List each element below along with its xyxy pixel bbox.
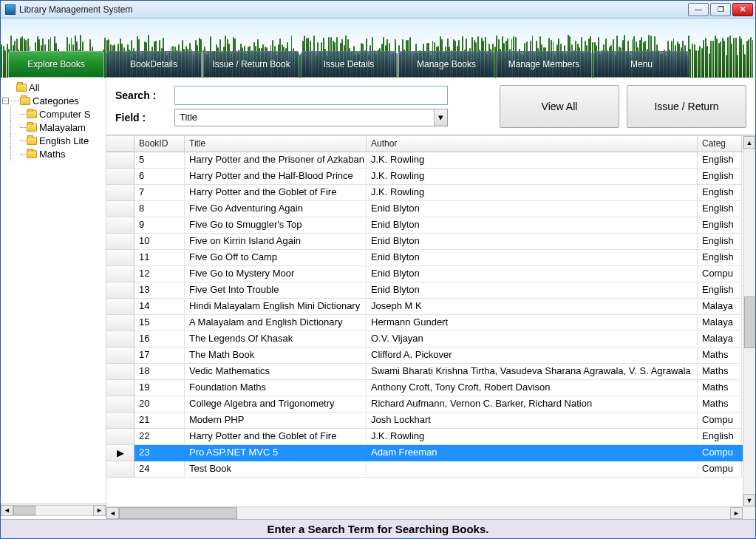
header-banner: Explore BooksBookDetailsIssue / Return B… [1, 18, 755, 78]
status-bar: Enter a Search Term for Searching Books. [1, 519, 755, 538]
scroll-right-icon[interactable]: ► [730, 507, 743, 519]
category-sidebar: All−CategoriesComputer SMalayalamEnglish… [1, 78, 106, 519]
issue-return-button[interactable]: Issue / Return [627, 85, 746, 128]
close-button[interactable]: ✕ [732, 3, 753, 16]
field-label: Field : [115, 112, 174, 123]
app-window: Library Management System — ❐ ✕ Explore … [0, 0, 756, 539]
folder-icon [27, 110, 37, 118]
table-row[interactable]: 18Vedic MathematicsSwami Bharati Krishna… [106, 364, 743, 380]
table-row[interactable]: 14Hindi Malayalam English Mini Dictionar… [106, 299, 743, 315]
search-input[interactable] [174, 86, 448, 105]
folder-icon [20, 97, 30, 105]
scroll-down-icon[interactable]: ▼ [743, 494, 755, 506]
tab-menu[interactable]: Menu [593, 51, 689, 78]
tree-node-english-lite[interactable]: English Lite [1, 134, 106, 147]
table-row[interactable]: 16The Legends Of KhasakO.V. VijayanMalay… [106, 331, 743, 348]
grid-h-scrollbar[interactable]: ◄ ► [106, 506, 743, 519]
table-row[interactable]: 22Harry Potter and the Goblet of FireJ.K… [106, 429, 743, 445]
table-row[interactable]: 9Five Go to Smuggler's TopEnid BlytonEng… [106, 217, 743, 234]
maximize-button[interactable]: ❐ [710, 3, 731, 16]
tab-issue-return-book[interactable]: Issue / Return Book [203, 51, 299, 78]
tree-node-categories[interactable]: −Categories [1, 94, 106, 107]
tree-node-all[interactable]: All [1, 81, 106, 94]
folder-icon [27, 150, 37, 158]
table-row[interactable]: 12Five Go to Mystery MoorEnid BlytonComp… [106, 266, 743, 282]
scroll-corner [743, 506, 755, 519]
main-panel: Search : Field : Title ▾ View All Issue … [106, 78, 755, 519]
tree-node-maths[interactable]: Maths [1, 147, 106, 160]
tab-bar: Explore BooksBookDetailsIssue / Return B… [8, 51, 748, 78]
table-row[interactable]: 6Harry Potter and the Half-Blood PrinceJ… [106, 169, 743, 185]
books-grid: BookIDTitleAuthorCateg 5Harry Potter and… [106, 135, 755, 519]
search-panel: Search : Field : Title ▾ View All Issue … [106, 78, 755, 135]
column-header-categ[interactable]: Categ [698, 136, 742, 152]
column-header-author[interactable]: Author [367, 136, 698, 152]
view-all-button[interactable]: View All [500, 85, 619, 128]
folder-icon [27, 137, 37, 145]
table-row[interactable]: 7Harry Potter and the Goblet of FireJ.K.… [106, 185, 743, 201]
tab-bookdetails[interactable]: BookDetails [106, 51, 202, 78]
tree-node-computer-s[interactable]: Computer S [1, 107, 106, 121]
table-row[interactable]: 17The Math BookClifford A. PickoverMaths [106, 348, 743, 364]
folder-icon [27, 123, 37, 132]
sidebar-h-scrollbar[interactable]: ◄ ► [1, 504, 106, 516]
tree-node-malayalam[interactable]: Malayalam [1, 121, 106, 134]
tab-manage-books[interactable]: Manage Books [398, 51, 494, 78]
field-combobox[interactable]: Title ▾ [174, 109, 448, 126]
table-row[interactable]: 13Five Get Into TroubleEnid BlytonEnglis… [106, 282, 743, 299]
table-row[interactable]: 8Five Go Adventuring AgainEnid BlytonEng… [106, 201, 743, 217]
table-row[interactable]: 15A Malayalam and English DictionaryHerm… [106, 315, 743, 331]
scroll-left-icon[interactable]: ◄ [1, 505, 13, 516]
app-icon [5, 4, 16, 15]
table-row[interactable]: 5Harry Potter and the Prisoner of Azkaba… [106, 152, 743, 169]
table-row[interactable]: ▶23Pro ASP.NET MVC 5Adam FreemanCompu [106, 445, 743, 461]
scroll-thumb[interactable] [13, 506, 35, 515]
column-header-title[interactable]: Title [185, 136, 367, 152]
table-row[interactable]: 19Foundation MathsAnthony Croft, Tony Cr… [106, 380, 743, 396]
status-text: Enter a Search Term for Searching Books. [268, 523, 489, 535]
scroll-thumb[interactable] [744, 296, 755, 348]
scroll-thumb[interactable] [119, 507, 237, 519]
field-value: Title [180, 112, 197, 123]
tab-explore-books[interactable]: Explore Books [8, 51, 104, 78]
column-header-bookid[interactable]: BookID [134, 136, 185, 152]
minimize-button[interactable]: — [688, 3, 709, 16]
content-area: All−CategoriesComputer SMalayalamEnglish… [1, 78, 755, 519]
tab-manage-members[interactable]: Manage Members [496, 51, 592, 78]
table-row[interactable]: 24Test BookCompu [106, 461, 743, 478]
search-label: Search : [115, 89, 174, 101]
table-row[interactable]: 10Five on Kirrin Island AgainEnid Blyton… [106, 234, 743, 250]
category-tree[interactable]: All−CategoriesComputer SMalayalamEnglish… [1, 81, 106, 504]
grid-body[interactable]: 5Harry Potter and the Prisoner of Azkaba… [106, 152, 743, 506]
dropdown-icon: ▾ [434, 109, 447, 126]
titlebar: Library Management System — ❐ ✕ [1, 1, 755, 18]
table-row[interactable]: 20College Algebra and TrigonometryRichar… [106, 396, 743, 413]
scroll-up-icon[interactable]: ▲ [743, 136, 755, 149]
tab-issue-details[interactable]: Issue Details [301, 51, 397, 78]
scroll-right-icon[interactable]: ► [93, 505, 106, 516]
grid-header: BookIDTitleAuthorCateg [106, 136, 743, 152]
window-controls: — ❐ ✕ [688, 3, 753, 16]
folder-icon [16, 84, 27, 92]
table-row[interactable]: 11Five Go Off to CampEnid BlytonEnglish [106, 250, 743, 266]
table-row[interactable]: 21Modern PHPJosh LockhartCompu [106, 413, 743, 429]
grid-v-scrollbar[interactable]: ▲ ▼ [743, 136, 755, 506]
scroll-left-icon[interactable]: ◄ [106, 507, 119, 519]
window-title: Library Management System [19, 4, 688, 15]
